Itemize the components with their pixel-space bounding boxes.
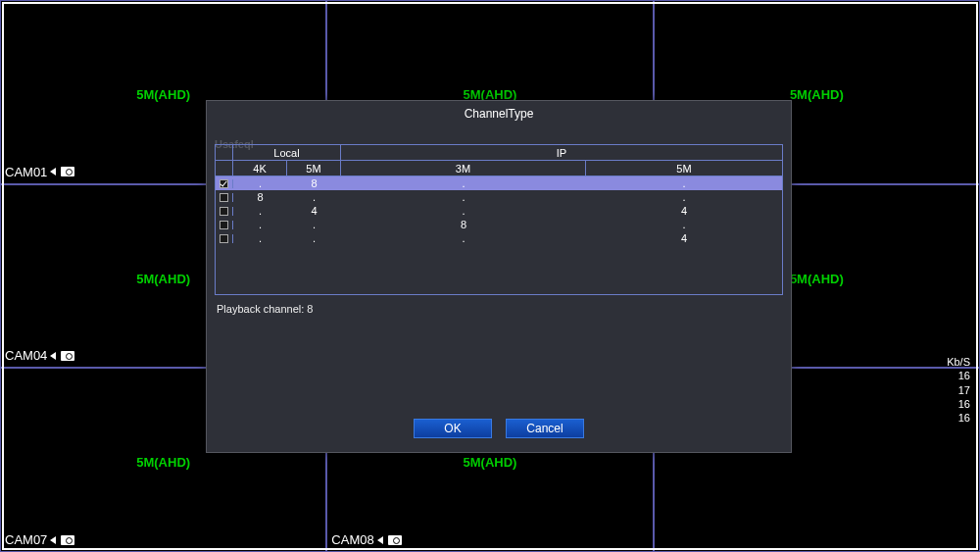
cell-ip5m: .: [586, 219, 782, 230]
camera-icon: [388, 535, 402, 545]
cell-5m: .: [287, 191, 341, 203]
checkbox-icon[interactable]: [220, 221, 228, 229]
table-header-sub: 4K 5M 3M 5M: [216, 161, 782, 176]
cell-5m: .: [287, 232, 341, 244]
bitrate-stats: Kb/S 16 17 16 16: [947, 355, 970, 425]
cell-ip5m: 4: [586, 232, 782, 244]
cell-ip5m: 4: [586, 205, 782, 217]
camera-resolution: 5M(AHD): [464, 455, 517, 470]
camera-icon: [61, 535, 74, 545]
cell-ip5m: .: [586, 177, 782, 189]
camera-label: CAM04: [5, 348, 74, 363]
cell-4k: .: [233, 219, 287, 230]
cell-5m: 4: [287, 205, 341, 217]
stats-header: Kb/S: [947, 355, 970, 369]
dialog-title: ChannelType: [207, 101, 791, 126]
camera-resolution: 5M(AHD): [136, 455, 190, 470]
camera-resolution: 5M(AHD): [136, 87, 190, 102]
cell-4k: .: [233, 205, 287, 217]
checkbox-icon[interactable]: [220, 234, 228, 243]
channel-type-dialog: ChannelType Usafeql Local IP 4K 5M 3M 5M…: [206, 100, 792, 453]
table-row[interactable]: . 8 . .: [216, 176, 782, 190]
cell-3m: .: [341, 205, 586, 217]
stats-value: 16: [947, 369, 970, 382]
ok-button[interactable]: OK: [414, 419, 492, 438]
camera-resolution: 5M(AHD): [790, 87, 844, 102]
header-3m: 3M: [341, 161, 586, 176]
cell-5m: 8: [287, 177, 341, 189]
cell-3m: .: [341, 191, 586, 203]
checkbox-icon[interactable]: [220, 207, 228, 216]
header-ip: IP: [341, 145, 782, 160]
stats-value: 16: [947, 411, 970, 425]
table-body: . 8 . . 8 . . . . 4 . 4 . .: [216, 176, 782, 294]
header-local: Local: [233, 145, 341, 160]
camera-label: CAM07: [5, 532, 74, 547]
header-5m: 5M: [287, 161, 341, 176]
table-row[interactable]: . 4 . 4: [216, 204, 782, 218]
cell-4k: .: [233, 232, 287, 244]
camera-icon: [61, 167, 74, 176]
stats-value: 16: [947, 397, 970, 411]
table-row[interactable]: . . . 4: [216, 231, 782, 245]
camera-resolution: 5M(AHD): [790, 272, 844, 286]
playback-channel-label: Playback channel: 8: [217, 303, 781, 315]
cell-5m: .: [287, 219, 341, 230]
cell-ip5m: .: [586, 191, 782, 203]
speaker-icon: [377, 536, 383, 544]
speaker-icon: [50, 536, 56, 544]
cell-4k: .: [233, 177, 287, 189]
cell-3m: 8: [341, 219, 586, 230]
cell-3m: .: [341, 177, 586, 189]
table-header-top: Local IP: [216, 145, 782, 161]
cancel-button[interactable]: Cancel: [506, 419, 584, 438]
table-row[interactable]: 8 . . .: [216, 190, 782, 204]
table-row[interactable]: . . 8 .: [216, 218, 782, 231]
camera-label: CAM01: [5, 165, 74, 179]
speaker-icon: [50, 352, 56, 360]
camera-resolution: 5M(AHD): [136, 272, 190, 286]
camera-icon: [61, 351, 74, 361]
camera-label: CAM08: [331, 532, 401, 547]
cell-4k: 8: [233, 191, 287, 203]
header-4k: 4K: [233, 161, 287, 176]
channel-table: Local IP 4K 5M 3M 5M . 8 . . 8 . .: [215, 144, 783, 295]
header-ip5m: 5M: [586, 161, 782, 176]
speaker-icon: [50, 168, 56, 176]
cell-3m: .: [341, 232, 586, 244]
checkbox-icon[interactable]: [220, 193, 228, 202]
checkbox-icon[interactable]: [220, 179, 228, 188]
stats-value: 17: [947, 383, 970, 397]
dialog-buttons: OK Cancel: [207, 419, 791, 438]
